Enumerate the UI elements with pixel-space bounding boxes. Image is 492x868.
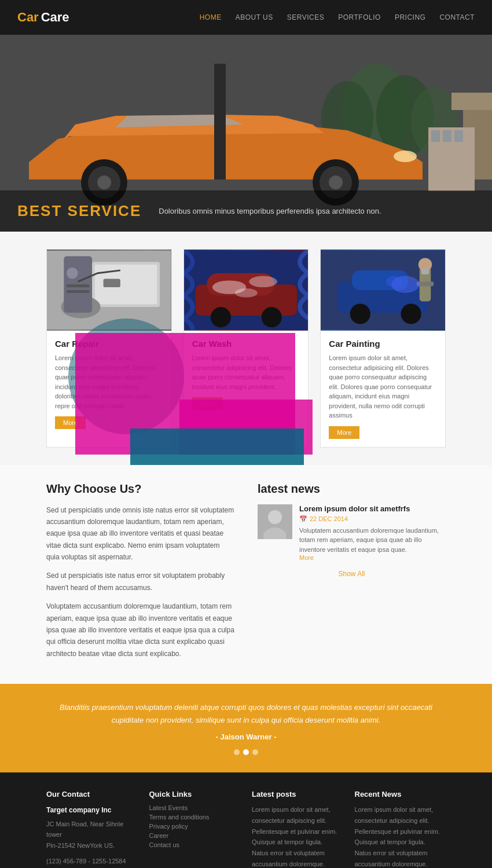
logo-car-text: Car bbox=[17, 10, 39, 25]
svg-rect-26 bbox=[67, 284, 89, 287]
news-right: latest news Lorem ipsum dolor sit ametfr… bbox=[258, 482, 446, 667]
service-text-painting: Lorem ipsum dolor sit amet, consectetur … bbox=[329, 353, 437, 420]
footer-link-contact[interactable]: Contact us bbox=[149, 841, 241, 848]
header: Car Care HOME ABOUT US SERVICES PORTFOLI… bbox=[0, 0, 492, 35]
testimonial-author: - Jaison Warner - bbox=[46, 733, 446, 741]
news-item-date: 📅 22 DEC 2014 bbox=[299, 515, 446, 523]
services-grid: Car Repair Lorem ipsum dolor sit amet, c… bbox=[46, 249, 446, 448]
svg-rect-28 bbox=[104, 279, 120, 287]
service-text-repair: Lorem ipsum dolor sit amet, consectetur … bbox=[55, 353, 163, 411]
service-content-painting: Car Painting Lorem ipsum dolor sit amet,… bbox=[321, 331, 445, 447]
why-para-2: Sed ut perspiciatis iste natus error sit… bbox=[46, 570, 234, 594]
news-item-title: Lorem ipsum dolor sit ametfrfs bbox=[299, 504, 446, 513]
footer-grid: Our Contact Target company Inc JC Main R… bbox=[46, 790, 446, 868]
svg-point-14 bbox=[394, 151, 417, 162]
service-title-painting: Car Painting bbox=[329, 339, 437, 349]
service-card-wash: Car Wash Lorem ipsum dolor sit amet, con… bbox=[183, 249, 309, 448]
svg-point-45 bbox=[350, 303, 370, 324]
why-left: Why Choose Us? Sed ut perspiciatis unde … bbox=[46, 482, 234, 667]
nav-pricing[interactable]: PRICING bbox=[395, 13, 426, 21]
nav-home[interactable]: HOME bbox=[200, 13, 222, 21]
logo: Car Care bbox=[17, 10, 69, 25]
service-title-repair: Car Repair bbox=[55, 339, 163, 349]
why-para-1: Sed ut perspiciatis unde omnis iste natu… bbox=[46, 504, 234, 563]
service-card-repair: Car Repair Lorem ipsum dolor sit amet, c… bbox=[46, 249, 172, 448]
service-title-wash: Car Wash bbox=[192, 339, 300, 349]
svg-point-46 bbox=[401, 303, 421, 324]
testimonial-dots bbox=[46, 749, 446, 755]
services-section: Car Repair Lorem ipsum dolor sit amet, c… bbox=[0, 232, 492, 465]
footer-latest-posts: Latest posts Lorem ipsum dolor sit amet,… bbox=[252, 790, 343, 868]
footer-news-title: Recent News bbox=[355, 790, 446, 799]
why-title: Why Choose Us? bbox=[46, 482, 234, 496]
service-img-painting bbox=[321, 250, 445, 331]
svg-rect-16 bbox=[431, 130, 440, 142]
service-content-wash: Car Wash Lorem ipsum dolor sit amet, con… bbox=[184, 331, 309, 418]
news-more-link[interactable]: More bbox=[299, 554, 314, 561]
news-item: Lorem ipsum dolor sit ametfrfs 📅 22 DEC … bbox=[258, 504, 446, 562]
service-content-repair: Car Repair Lorem ipsum dolor sit amet, c… bbox=[47, 331, 171, 437]
service-img-wash bbox=[184, 250, 309, 331]
svg-rect-19 bbox=[214, 64, 226, 180]
footer-recent-news: Recent News Lorem ipsum dolor sit amet, … bbox=[355, 790, 446, 868]
news-thumb bbox=[258, 504, 292, 539]
footer: Our Contact Target company Inc JC Main R… bbox=[0, 772, 492, 868]
logo-care-text: Care bbox=[41, 10, 69, 25]
nav-services[interactable]: SERVICES bbox=[287, 13, 324, 21]
footer-posts-text: Lorem ipsum dolor sit amet, consectetur … bbox=[252, 804, 343, 868]
svg-point-10 bbox=[97, 175, 111, 189]
footer-contact: Our Contact Target company Inc JC Main R… bbox=[46, 790, 138, 868]
footer-phone: (123) 456-789 - 1255-12584 bbox=[46, 856, 138, 867]
calendar-icon: 📅 bbox=[299, 515, 307, 523]
svg-point-33 bbox=[249, 276, 277, 288]
footer-link-events[interactable]: Latest Events bbox=[149, 804, 241, 811]
svg-rect-17 bbox=[443, 130, 451, 142]
service-more-painting[interactable]: More bbox=[329, 426, 359, 439]
footer-quick-links: Quick Links Latest Events Terms and cond… bbox=[149, 790, 241, 868]
svg-rect-7 bbox=[451, 93, 492, 110]
svg-point-34 bbox=[234, 288, 257, 298]
svg-point-13 bbox=[329, 175, 343, 189]
service-card-painting: Car Painting Lorem ipsum dolor sit amet,… bbox=[320, 249, 446, 448]
hero-overlay: BEST SERVICE Doloribus omnis minus tempo… bbox=[0, 191, 492, 232]
dot-2[interactable] bbox=[243, 749, 249, 755]
dot-3[interactable] bbox=[252, 749, 258, 755]
footer-link-privacy[interactable]: Privacy policy bbox=[149, 823, 241, 830]
nav-portfolio[interactable]: PORTFOLIO bbox=[338, 13, 381, 21]
footer-news-text: Lorem ipsum dolor sit amet, consectetur … bbox=[355, 804, 446, 868]
footer-contact-title: Our Contact bbox=[46, 790, 138, 799]
hero-section: BEST SERVICE Doloribus omnis minus tempo… bbox=[0, 35, 492, 232]
footer-company: Target company Inc bbox=[46, 804, 138, 816]
news-title: latest news bbox=[258, 482, 446, 496]
service-more-repair[interactable]: More bbox=[55, 416, 86, 429]
service-text-wash: Lorem ipsum dolor sit amet, consectetur … bbox=[192, 353, 300, 391]
nav-about[interactable]: ABOUT US bbox=[236, 13, 273, 21]
service-more-wash[interactable]: More bbox=[192, 397, 223, 410]
hero-title: BEST SERVICE bbox=[17, 202, 141, 220]
why-section: Why Choose Us? Sed ut perspiciatis unde … bbox=[0, 465, 492, 684]
svg-rect-18 bbox=[454, 130, 463, 142]
news-meta: Lorem ipsum dolor sit ametfrfs 📅 22 DEC … bbox=[299, 504, 446, 562]
footer-link-career[interactable]: Career bbox=[149, 832, 241, 839]
why-para-3: Voluptatem accusantium doloremque laudan… bbox=[46, 600, 234, 660]
svg-point-35 bbox=[211, 307, 231, 327]
footer-links-title: Quick Links bbox=[149, 790, 241, 799]
svg-point-49 bbox=[268, 510, 282, 524]
hero-subtitle: Doloribus omnis minus temporibus perfere… bbox=[159, 207, 381, 215]
show-all-link[interactable]: Show All bbox=[258, 570, 446, 578]
svg-rect-27 bbox=[67, 290, 89, 293]
svg-point-44 bbox=[386, 276, 403, 288]
footer-posts-title: Latest posts bbox=[252, 790, 343, 799]
footer-address: JC Main Road, Near Sihnle tower Pin-2154… bbox=[46, 819, 138, 851]
nav-contact[interactable]: CONTACT bbox=[439, 13, 475, 21]
dot-1[interactable] bbox=[234, 749, 240, 755]
svg-rect-47 bbox=[421, 269, 429, 274]
footer-link-terms[interactable]: Terms and conditions bbox=[149, 814, 241, 821]
service-img-repair bbox=[47, 250, 171, 331]
main-nav: HOME ABOUT US SERVICES PORTFOLIO PRICING… bbox=[200, 13, 475, 21]
testimonial-section: Blanditiis praesentium voluptatum deleni… bbox=[0, 684, 492, 772]
testimonial-text: Blanditiis praesentium voluptatum deleni… bbox=[46, 701, 446, 727]
svg-point-36 bbox=[261, 307, 281, 327]
news-item-excerpt: Voluptatem accusantium doloremque laudan… bbox=[299, 526, 446, 555]
svg-point-25 bbox=[67, 268, 78, 279]
